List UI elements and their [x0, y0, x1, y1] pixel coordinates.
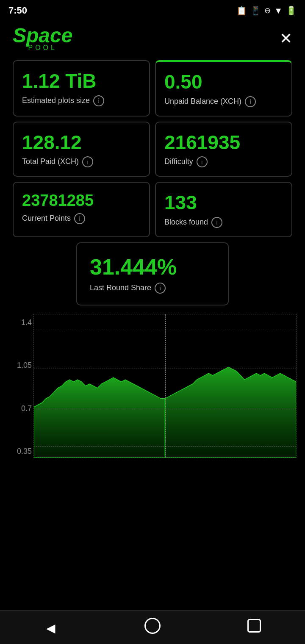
chart-divider [165, 314, 166, 458]
home-icon [144, 618, 161, 634]
stats-grid-row3: 23781285 Current Points i 133 Blocks fou… [0, 182, 305, 237]
y-axis: 1.4 1.05 0.7 0.35 [8, 314, 32, 458]
chart-wrapper: 1.4 1.05 0.7 0.35 [8, 314, 297, 458]
total-paid-label-row: Total Paid (XCH) i [22, 156, 141, 167]
header: Space POOL ✕ [0, 21, 305, 60]
stat-card-last-round-share: 31.444% Last Round Share i [76, 242, 229, 305]
nav-home-button[interactable] [136, 618, 169, 637]
total-paid-info-icon[interactable]: i [82, 156, 93, 167]
total-paid-label: Total Paid (XCH) [22, 157, 79, 167]
difficulty-label: Difficulty [164, 157, 193, 167]
y-label-bottom: 0.35 [8, 447, 32, 456]
total-paid-value: 128.12 [22, 132, 141, 153]
wifi-icon: ▼ [274, 6, 283, 16]
stat-card-difficulty: 2161935 Difficulty i [155, 122, 292, 177]
recents-icon [247, 619, 261, 633]
close-button[interactable]: ✕ [280, 31, 292, 46]
estimated-plots-info-icon[interactable]: i [93, 95, 104, 106]
chart-area [33, 314, 297, 458]
phone-icon: 📱 [250, 6, 261, 16]
logo-text: Space [13, 25, 72, 46]
difficulty-label-row: Difficulty i [164, 156, 283, 167]
status-icons: 📋 📱 ⊖ ▼ 🔋 [236, 6, 297, 16]
unpaid-balance-label: Unpaid Balance (XCH) [164, 97, 241, 106]
last-round-share-value: 31.444% [90, 255, 215, 279]
blocks-found-label: Blocks found [164, 217, 208, 227]
status-bar: 7:50 📋 📱 ⊖ ▼ 🔋 [0, 0, 305, 21]
block-icon: ⊖ [264, 6, 271, 15]
stats-grid-row2: 128.12 Total Paid (XCH) i 2161935 Diffic… [0, 122, 305, 177]
current-points-info-icon[interactable]: i [74, 213, 85, 224]
last-round-share-info-icon[interactable]: i [155, 283, 166, 294]
logo: Space POOL [13, 25, 72, 52]
stat-card-unpaid-balance: 0.50 Unpaid Balance (XCH) i [155, 60, 292, 117]
blocks-found-info-icon[interactable]: i [211, 217, 222, 228]
last-round-share-label: Last Round Share [90, 283, 151, 293]
stat-card-current-points: 23781285 Current Points i [13, 182, 150, 237]
difficulty-info-icon[interactable]: i [197, 156, 208, 167]
unpaid-balance-label-row: Unpaid Balance (XCH) i [164, 96, 283, 107]
stat-card-estimated-plots: 1.12 TiB Estimated plots size i [13, 60, 150, 117]
blocks-found-value: 133 [164, 192, 283, 214]
y-label-3: 0.7 [8, 404, 32, 413]
nav-recents-button[interactable] [237, 619, 271, 636]
current-points-value: 23781285 [22, 192, 141, 210]
battery-icon: 🔋 [286, 6, 297, 16]
estimated-plots-label: Estimated plots size [22, 96, 90, 105]
unpaid-balance-info-icon[interactable]: i [245, 96, 256, 107]
current-points-label-row: Current Points i [22, 213, 141, 224]
calendar-icon: 📋 [236, 6, 247, 16]
y-label-top: 1.4 [8, 318, 32, 327]
back-icon: ◀ [46, 622, 55, 635]
stat-card-blocks-found: 133 Blocks found i [155, 182, 292, 237]
blocks-found-label-row: Blocks found i [164, 217, 283, 228]
current-points-label: Current Points [22, 214, 71, 223]
stat-card-total-paid: 128.12 Total Paid (XCH) i [13, 122, 150, 177]
center-card-wrapper: 31.444% Last Round Share i [0, 242, 305, 305]
stats-grid-row1: 1.12 TiB Estimated plots size i 0.50 Unp… [0, 60, 305, 117]
unpaid-balance-value: 0.50 [164, 71, 283, 93]
estimated-plots-value: 1.12 TiB [22, 70, 141, 92]
last-round-share-label-row: Last Round Share i [90, 283, 215, 294]
nav-bar: ◀ [0, 610, 305, 644]
y-label-2: 1.05 [8, 361, 32, 370]
nav-back-button[interactable]: ◀ [34, 619, 68, 636]
status-time: 7:50 [8, 5, 27, 16]
difficulty-value: 2161935 [164, 132, 283, 153]
chart-container: 1.4 1.05 0.7 0.35 [8, 314, 297, 458]
estimated-plots-label-row: Estimated plots size i [22, 95, 141, 106]
